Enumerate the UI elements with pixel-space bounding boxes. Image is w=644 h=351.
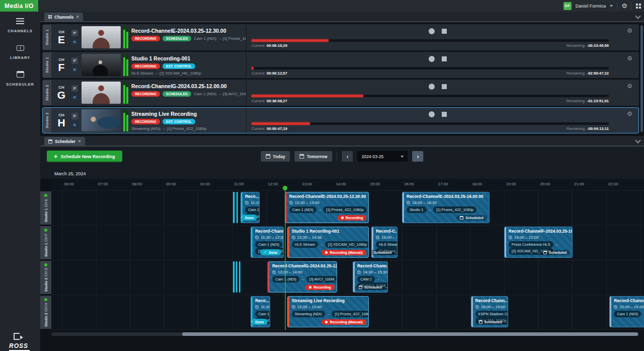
channel-settings-gear-icon[interactable]: ⚙ — [627, 83, 632, 90]
apps-grid-icon[interactable] — [636, 4, 641, 9]
tomorrow-button[interactable]: Tomorrow — [295, 151, 333, 162]
row-separator — [51, 329, 644, 330]
scheduler-event-sliver[interactable] — [239, 261, 240, 293]
scheduler-event-sliver[interactable] — [233, 261, 235, 293]
clock-icon — [357, 270, 361, 274]
channel-row[interactable]: Studio 1 CHE P R Record-ChannelE-2024.03… — [42, 24, 639, 50]
schedule-new-recording-button[interactable]: + Schedule New Recording — [47, 151, 122, 162]
chevron-down-icon — [401, 156, 404, 158]
record-button[interactable] — [429, 111, 435, 117]
preview-button[interactable]: P — [71, 85, 78, 92]
preview-button[interactable]: P — [71, 113, 78, 119]
scheduler-event[interactable]: Record-ChannelG-2024.03.25-12.0...12:00 … — [268, 261, 337, 293]
stop-button[interactable] — [442, 84, 447, 89]
scrollbar-thumb[interactable] — [182, 332, 638, 336]
status-badge: RECORDING — [131, 36, 160, 41]
channel-row[interactable]: Studio 2 CHG P R Record-ChannelG-2024.03… — [42, 80, 639, 106]
scheduler-event[interactable]: Streaming Live Recording12:35 – 12:40Str… — [287, 296, 369, 327]
scheduler-event[interactable]: Record-ChannelE-2024.03.25-16.00.0016:00… — [402, 192, 490, 223]
scheduler-event[interactable]: Record-ChannelH-222:00 – 01:00+1Cam 1 (N… — [609, 296, 644, 327]
scheduler-event[interactable]: Record-Chann...11:30 – 12:30Cam 1 (NDI)→… — [251, 227, 284, 258]
hour-label: 15:00 — [370, 182, 380, 186]
record-toggle-button[interactable]: R — [71, 94, 78, 101]
recording-title: Record-ChannelE-2024.03.25-12.30.00 — [131, 28, 246, 34]
divider — [337, 153, 338, 161]
calendar-icon — [300, 154, 304, 159]
timeline-grid[interactable]: 06:0007:0008:0009:0010:0011:0012:0013:00… — [51, 179, 644, 330]
recording-dot-icon — [325, 251, 328, 254]
user-menu[interactable]: DF Daniel Formica ⚙ — [564, 0, 641, 12]
event-title: Record-Chann... — [255, 229, 281, 234]
calendar-icon — [460, 216, 463, 220]
settings-gear-icon[interactable]: ⚙ — [621, 3, 627, 9]
scheduler-event-sliver[interactable] — [236, 261, 237, 293]
record-button[interactable] — [429, 56, 435, 62]
channel-settings-gear-icon[interactable]: ⚙ — [627, 110, 632, 117]
event-title: Streaming Live Recording — [292, 298, 366, 303]
previous-day-button[interactable]: ‹ — [342, 151, 353, 162]
channel-row[interactable]: Studio 2 CHH P R Streaming Live Recordin… — [42, 107, 639, 133]
today-button[interactable]: Today — [261, 151, 290, 162]
tab-channels[interactable]: Channels × — [44, 13, 83, 21]
scheduler-event[interactable]: Studio 1 Recording-00112:35 – 14:36HLS S… — [287, 227, 369, 258]
hour-label: 19:00 — [506, 182, 516, 186]
hour-label: 12:00 — [268, 182, 278, 186]
scheduler-event[interactable]: Reco...11:30 -Cam 1 (N→[3] AVCi_✓Done — [251, 296, 270, 327]
timeline-row-label: Studio 1CH F — [40, 226, 51, 259]
scheduler-event[interactable]: Record-C...15:00 – 15:4HLS Stream→[1] Pr… — [371, 227, 397, 258]
sidebar-item-channels[interactable]: CHANNELS — [0, 12, 40, 38]
close-icon[interactable]: × — [76, 14, 79, 20]
channels-icon — [16, 18, 24, 24]
tab-scheduler[interactable]: Scheduler × — [44, 137, 85, 146]
vertical-scrollbar[interactable] — [640, 25, 643, 132]
record-toggle-button[interactable]: R — [71, 122, 78, 128]
channel-settings-gear-icon[interactable]: ⚙ — [627, 27, 632, 34]
event-time: 22:00 – 01:00+1 — [614, 305, 644, 309]
sidebar: CHANNELS LIBRARY SCHEDULER — [0, 12, 40, 351]
library-icon — [17, 45, 24, 51]
event-status-badge: ✓Done — [240, 215, 258, 221]
date-select[interactable]: 2024-03-25 — [358, 151, 408, 162]
event-source-route: Cam 1 (NDI)→[1] Prores_422_1080p — [289, 206, 366, 213]
scheduler-event[interactable]: Record-Chann...18:00 – 19:00ESPN Stadium… — [471, 296, 508, 327]
logout-button[interactable] — [14, 333, 20, 340]
event-title: Record-ChannelH-2 — [614, 298, 644, 303]
clock-icon — [292, 305, 295, 309]
close-icon[interactable]: × — [78, 138, 81, 144]
channels-tabbar: Channels × — [40, 12, 644, 22]
stop-button[interactable] — [442, 29, 447, 34]
channel-settings-gear-icon[interactable]: ⚙ — [627, 55, 632, 62]
sidebar-item-scheduler[interactable]: SCHEDULER — [0, 65, 40, 92]
collapse-panel-chevron-icon[interactable] — [636, 138, 640, 143]
recording-dot-icon — [309, 286, 311, 289]
stop-button[interactable] — [442, 56, 447, 61]
scheduler-event[interactable]: Record-Chann...14:30 – 15:30CAM 2→[3] AV… — [353, 261, 388, 293]
clock-icon — [509, 236, 512, 239]
row-separator — [51, 295, 644, 295]
scheduler-toolbar: + Schedule New Recording Today Tomorrow … — [40, 147, 644, 167]
channel-online-dot — [44, 263, 47, 266]
studio-label: Studio 2 — [43, 80, 51, 105]
record-button[interactable] — [429, 84, 435, 90]
channel-row[interactable]: Studio 1 CHF P R Studio 1 Recording-001 … — [42, 52, 639, 78]
horizontal-scrollbar[interactable] — [51, 332, 639, 336]
collapse-panel-chevron-icon[interactable] — [636, 14, 640, 18]
scheduler-event[interactable]: Record-ChannelE-2024.03.25-12.30.0012:30… — [285, 192, 369, 223]
event-source-route: Cam 1 (NDI)→[3] AVCI_100M_1080p — [272, 276, 334, 283]
scheduler-timeline: Studio 1CH EStudio 1CH FStudio 2CH GStud… — [40, 179, 644, 330]
scheduler-event-sliver[interactable] — [236, 192, 238, 223]
preview-button[interactable]: P — [71, 57, 78, 64]
sidebar-item-library[interactable]: LIBRARY — [0, 38, 40, 65]
scheduler-event[interactable]: Record-ChannelF-2024.03.25-19.0...19:00 … — [504, 227, 573, 258]
preview-button[interactable]: P — [71, 30, 78, 36]
channel-id: CHF — [51, 52, 71, 78]
channel-thumbnail — [82, 26, 121, 48]
record-toggle-button[interactable]: R — [71, 66, 78, 73]
scheduler-event[interactable]: Reco...11:15 -Cam 1 (N→[1] Prores✓Done — [240, 192, 260, 223]
next-day-button[interactable]: › — [413, 151, 424, 162]
record-button[interactable] — [429, 28, 435, 34]
scheduler-event-sliver[interactable] — [233, 192, 235, 223]
record-toggle-button[interactable]: R — [71, 39, 78, 45]
stop-button[interactable] — [442, 112, 447, 117]
badge-line: RECORDINGEXT. CONTROL — [131, 119, 246, 124]
